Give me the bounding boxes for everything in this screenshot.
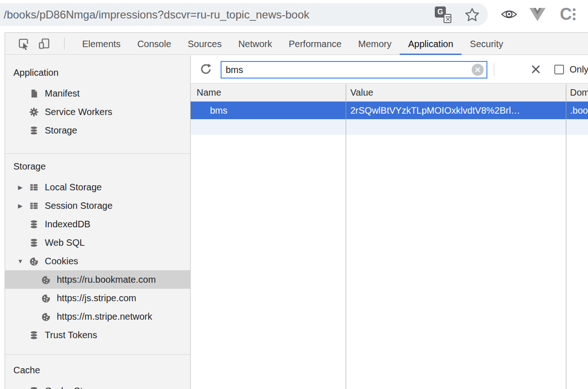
eye-extension-icon[interactable] [500, 6, 518, 23]
sidebar-item-indexeddb[interactable]: IndexedDB [5, 215, 190, 233]
sidebar-item-web-sql[interactable]: Web SQL [5, 233, 190, 252]
sidebar-item-local-storage[interactable]: ▶ Local Storage [5, 178, 190, 196]
devtools-window: Elements Console Sources Network Perform… [5, 32, 588, 389]
cookie-name: bms [191, 102, 346, 119]
chevron-right-icon[interactable]: ▶ [16, 184, 24, 191]
database-icon [29, 330, 39, 340]
section-title: Storage [13, 159, 190, 173]
clear-x-icon [474, 66, 481, 73]
database-icon [29, 238, 39, 248]
toolbar-separator [64, 38, 65, 50]
sidebar-section-application: Application Manifest Service Workers Sto… [5, 55, 190, 154]
item-label: Cache Storage [45, 386, 106, 389]
url-bar[interactable]: /books/pD86Nmga/impressions?dscvr=ru-ru_… [0, 3, 488, 26]
clear-all-cookies-button[interactable] [529, 63, 543, 77]
tab-network[interactable]: Network [230, 33, 280, 55]
cookie-filter-box [221, 61, 487, 79]
cookies-table: Name Value Domain bms 2rSQwlBtVYzkTLpMOI… [191, 84, 588, 389]
database-icon [29, 126, 39, 135]
column-header-value[interactable]: Value [346, 84, 566, 101]
inspect-element-button[interactable] [15, 36, 32, 52]
section-title: Application [13, 66, 190, 79]
item-label: Session Storage [45, 201, 113, 211]
cookies-toolbar: Only show cookies with an issue [191, 55, 588, 84]
item-label: IndexedDB [45, 219, 90, 230]
table-row-empty[interactable] [191, 119, 588, 135]
screen: /books/pD86Nmga/impressions?dscvr=ru-ru_… [0, 0, 588, 389]
translate-icon[interactable]: G [435, 6, 451, 23]
section-title: Cache [13, 363, 190, 377]
item-label: Local Storage [45, 182, 102, 193]
tab-console[interactable]: Console [129, 33, 179, 55]
device-toolbar-button[interactable] [36, 36, 52, 52]
extension-toolbar: C [500, 0, 576, 29]
browser-top-bar: /books/pD86Nmga/impressions?dscvr=ru-ru_… [0, 0, 588, 29]
sidebar-item-storage[interactable]: Storage [5, 121, 190, 140]
sidebar-item-cookies-js-stripe[interactable]: https://js.stripe.com [5, 289, 190, 307]
toolbar-separator [494, 63, 494, 76]
gear-icon [29, 107, 39, 117]
only-issue-label: Only show cookies with an issue [570, 55, 588, 84]
item-label: Cookies [45, 256, 78, 267]
tab-sources[interactable]: Sources [180, 33, 230, 55]
item-label: Storage [45, 125, 77, 136]
cookie-value: 2rSQwlBtVYzkTLpMOIOxklvdtV8%2Brl… [346, 102, 566, 119]
item-label: Manifest [45, 88, 80, 99]
tab-memory[interactable]: Memory [350, 33, 400, 55]
sidebar-item-cache-storage[interactable]: Cache Storage [5, 382, 190, 389]
tab-security[interactable]: Security [462, 33, 511, 55]
c-extension-icon[interactable]: C [560, 6, 576, 23]
item-label: https://m.stripe.network [57, 311, 152, 322]
bookmark-star-icon[interactable] [464, 7, 480, 23]
column-header-name[interactable]: Name [191, 84, 346, 101]
devtools-body: Application Manifest Service Workers Sto… [5, 55, 588, 389]
omnibox-icons: G [435, 6, 480, 23]
device-toolbar-icon [38, 37, 50, 50]
table-row-selected[interactable]: bms 2rSQwlBtVYzkTLpMOIOxklvdtV8%2Brl… .b… [191, 102, 588, 119]
refresh-icon [199, 62, 213, 76]
sidebar-item-manifest[interactable]: Manifest [5, 84, 190, 103]
cookie-icon [29, 256, 39, 266]
cookie-icon [41, 275, 51, 285]
cookies-panel: Only show cookies with an issue Name Val… [191, 55, 588, 389]
only-issue-checkbox[interactable] [554, 65, 564, 74]
sidebar-item-trust-tokens[interactable]: Trust Tokens [5, 326, 190, 344]
vue-devtools-icon[interactable] [529, 7, 546, 22]
refresh-button[interactable] [198, 62, 214, 78]
item-label: Web SQL [45, 237, 84, 248]
column-header-domain[interactable]: Domain [566, 84, 588, 101]
inspect-cursor-icon [18, 37, 30, 50]
database-icon [29, 386, 39, 389]
application-sidebar: Application Manifest Service Workers Sto… [5, 55, 191, 389]
item-label: https://js.stripe.com [57, 293, 136, 304]
sidebar-item-cookies-ru-bookmate[interactable]: https://ru.bookmate.com [5, 270, 190, 289]
cookie-icon [41, 293, 51, 303]
chevron-down-icon[interactable]: ▼ [16, 258, 24, 265]
sidebar-section-cache: Cache Cache Storage [5, 355, 190, 389]
item-label: Service Workers [45, 107, 112, 117]
table-icon [29, 182, 39, 192]
tab-elements[interactable]: Elements [74, 33, 129, 55]
sidebar-item-session-storage[interactable]: ▶ Session Storage [5, 196, 190, 215]
tab-performance[interactable]: Performance [281, 33, 350, 55]
cookie-filter-input[interactable] [222, 65, 472, 75]
column-divider[interactable] [566, 84, 566, 389]
table-icon [29, 201, 39, 211]
table-header: Name Value Domain [191, 84, 588, 102]
tab-application[interactable]: Application [400, 33, 462, 55]
close-x-icon [529, 63, 542, 76]
devtools-tabs: Elements Console Sources Network Perform… [74, 33, 511, 55]
item-label: Trust Tokens [45, 330, 97, 340]
sidebar-section-storage: Storage ▶ Local Storage ▶ Session Storag… [5, 154, 190, 355]
sidebar-item-cookies[interactable]: ▼ Cookies [5, 252, 190, 270]
column-divider[interactable] [346, 84, 346, 389]
chevron-right-icon[interactable]: ▶ [16, 202, 24, 209]
sidebar-item-cookies-m-stripe[interactable]: https://m.stripe.network [5, 307, 190, 326]
clear-filter-button[interactable] [472, 64, 484, 76]
document-icon [29, 89, 39, 98]
devtools-tabbar: Elements Console Sources Network Perform… [5, 33, 588, 55]
cookie-domain: .bookmate.com [566, 102, 588, 119]
item-label: https://ru.bookmate.com [57, 274, 156, 285]
sidebar-item-service-workers[interactable]: Service Workers [5, 103, 190, 121]
database-icon [29, 219, 39, 229]
